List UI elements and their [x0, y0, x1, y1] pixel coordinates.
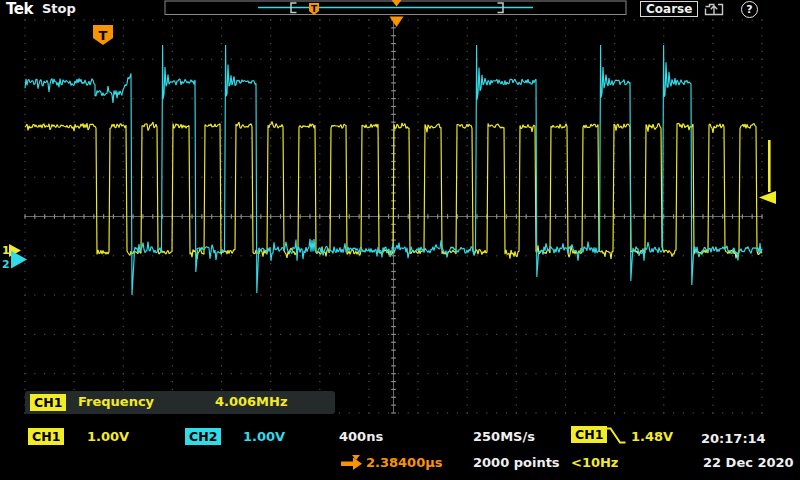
- trigger-level-readout: 1.48V: [631, 429, 673, 444]
- ch2-reference-arrow: [11, 251, 27, 269]
- sample-rate-readout: 250MS/s: [473, 429, 535, 444]
- trigger-level-tail: [768, 140, 771, 192]
- oscilloscope-screen: TT12 Tek Stop Coarse ? CH1 Frequency 4.0…: [0, 0, 800, 480]
- ch1-waveform: [25, 122, 762, 259]
- measurement-channel-badge: CH1: [30, 394, 66, 411]
- ch1-badge: CH1: [28, 428, 64, 445]
- coarse-button[interactable]: Coarse: [640, 1, 698, 17]
- trigger-frequency-readout: <10Hz: [571, 455, 618, 470]
- help-icon[interactable]: ?: [741, 1, 758, 18]
- trigger-position-marker: [390, 17, 404, 28]
- acquisition-status: Stop: [42, 1, 76, 16]
- record-length-readout: 2000 points: [473, 455, 560, 470]
- record-trigger-flag-letter: T: [311, 4, 318, 14]
- save-icon[interactable]: [704, 2, 724, 16]
- measurement-name: Frequency: [78, 394, 154, 409]
- horizontal-delay-icon: [339, 451, 364, 470]
- ch1-scale: 1.00V: [87, 429, 129, 444]
- trigger-time-flag-letter: T: [99, 28, 108, 43]
- delay-readout: 2.38400µs: [366, 455, 443, 470]
- tek-logo: Tek: [6, 0, 33, 18]
- trigger-source-badge: CH1: [571, 426, 607, 443]
- ch2-scale: 1.00V: [243, 429, 285, 444]
- ch2-reference-label: 2: [2, 258, 10, 271]
- clock-time: 20:17:14: [701, 431, 766, 446]
- measurement-value: 4.006MHz: [215, 394, 288, 409]
- falling-edge-slope-icon: [603, 426, 627, 445]
- record-position-arrow: [392, 0, 402, 7]
- clock-date: 22 Dec 2020: [703, 455, 794, 470]
- measurement-bar: CH1 Frequency 4.006MHz: [25, 391, 335, 414]
- ch1-reference-label: 1: [2, 244, 10, 257]
- timebase-readout: 400ns: [339, 429, 383, 444]
- ch2-badge: CH2: [185, 428, 221, 445]
